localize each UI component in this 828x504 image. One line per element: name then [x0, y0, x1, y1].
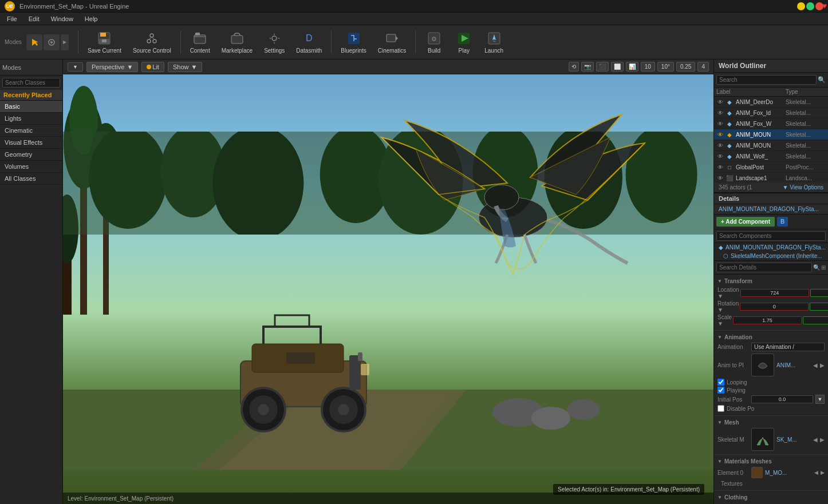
camera-btn-2[interactable]: 📷	[581, 62, 594, 72]
lit-btn[interactable]: Lit	[141, 62, 164, 72]
maximize-button[interactable]	[806, 2, 814, 10]
mode-select-btn[interactable]	[26, 34, 42, 50]
source-control-button[interactable]: Source Control	[128, 28, 176, 56]
scale-y-input[interactable]	[803, 316, 828, 324]
outliner-item-wolf[interactable]: 👁 ◆ ANIM_Wolf_ Skeletal...	[714, 151, 828, 162]
search-classes-input[interactable]	[2, 78, 60, 88]
launch-icon	[486, 30, 502, 46]
outliner-search-icon[interactable]: 🔍	[818, 76, 826, 84]
svg-text:⚙: ⚙	[431, 35, 437, 42]
rotation-y-input[interactable]	[810, 303, 828, 311]
rotation-x-input[interactable]	[740, 303, 809, 311]
num4-display[interactable]: 4	[697, 62, 709, 72]
viewport-options-btn[interactable]: ▼	[68, 62, 83, 72]
outliner-search-input[interactable]	[716, 75, 817, 85]
outliner-item-globalpost[interactable]: 👁 □ GlobalPost PostProc...	[714, 162, 828, 173]
camera-btn-4[interactable]: ⬜	[611, 62, 624, 72]
marketplace-button[interactable]: Marketplace	[217, 28, 257, 56]
blueprint-button[interactable]: B	[777, 217, 788, 227]
menu-edit[interactable]: Edit	[24, 14, 44, 23]
svg-point-14	[272, 36, 277, 41]
playing-checkbox[interactable]	[717, 387, 724, 394]
datasmith-button[interactable]: D Datasmith	[291, 28, 326, 56]
nav-cinematic[interactable]: Cinematic	[0, 125, 62, 137]
menu-file[interactable]: File	[2, 14, 22, 23]
nav-volumes[interactable]: Volumes	[0, 161, 62, 173]
component-item-main[interactable]: ◆ ANIM_MOUNTAIN_DRAGON_FlySta...	[714, 243, 828, 252]
svg-line-9	[149, 37, 152, 39]
title-bar: UE Environment_Set_Map - Unreal Engine	[0, 0, 828, 13]
menu-help[interactable]: Help	[80, 14, 102, 23]
modes-bar-label: Modes	[2, 64, 21, 71]
item-icon: ⬛	[726, 174, 734, 182]
settings-button[interactable]: Settings	[259, 28, 289, 56]
materials-section-label: Materials Meshes	[717, 457, 825, 466]
search-details-input[interactable]	[716, 263, 812, 272]
initial-pos-expand-icon[interactable]: ▼	[815, 395, 825, 404]
launch-button[interactable]: Launch	[480, 28, 508, 56]
mesh-nav-left-icon[interactable]: ◀	[813, 436, 818, 443]
camera-btn-5[interactable]: 📊	[626, 62, 638, 72]
viewport[interactable]: Selected Actor(s) in: Environment_Set_Ma…	[63, 74, 713, 504]
col-label: Label	[716, 89, 786, 95]
outliner-item-fox-id[interactable]: 👁 ◆ ANIM_Fox_Id Skeletal...	[714, 108, 828, 118]
num-display[interactable]: 10	[641, 62, 655, 72]
datasmith-label: Datasmith	[296, 47, 322, 54]
source-control-icon	[144, 30, 160, 46]
scale-x-input[interactable]	[733, 316, 802, 324]
build-button[interactable]: ⚙ Build	[420, 28, 448, 56]
animation-value[interactable]: Use Animation /	[751, 343, 825, 351]
add-component-button[interactable]: + Add Component	[716, 217, 775, 227]
svg-point-8	[153, 39, 156, 43]
vis-icon: 👁	[716, 174, 724, 182]
window-title: Environment_Set_Map - Unreal Engine	[19, 3, 129, 10]
disable-po-checkbox[interactable]	[717, 405, 724, 412]
angle-display[interactable]: 10°	[657, 62, 674, 72]
anim-nav-right-icon[interactable]: ▶	[820, 362, 825, 368]
minimize-button[interactable]	[797, 2, 805, 10]
play-button[interactable]: Play	[450, 28, 478, 56]
nav-basic[interactable]: Basic	[0, 101, 62, 113]
item-type: Skeletal...	[786, 132, 826, 138]
show-btn[interactable]: Show ▼	[168, 62, 202, 72]
search-components-input[interactable]	[716, 231, 826, 241]
location-x-input[interactable]	[740, 289, 809, 297]
location-y-input[interactable]	[810, 289, 828, 297]
vis-icon: 👁	[716, 141, 724, 149]
camera-btn-3[interactable]: ⬛	[596, 62, 609, 72]
nav-visual-effects[interactable]: Visual Effects	[0, 137, 62, 149]
nav-geometry[interactable]: Geometry	[0, 149, 62, 161]
modes-expand-btn[interactable]: ▶	[61, 34, 69, 50]
mode-paint-btn[interactable]	[44, 34, 60, 50]
outliner-item-deer[interactable]: 👁 ◆ ANIM_DeerDo Skeletal...	[714, 97, 828, 108]
nav-lights[interactable]: Lights	[0, 113, 62, 125]
nav-all-classes[interactable]: All Classes	[0, 173, 62, 185]
menu-window[interactable]: Window	[46, 14, 78, 23]
mesh-nav-right-icon[interactable]: ▶	[820, 436, 825, 443]
component-item-sub[interactable]: ⬡ SkeletalMeshComponent (Inherite...	[714, 252, 828, 260]
cinematics-button[interactable]: Cinematics	[373, 28, 411, 56]
scale-display[interactable]: 0.25	[676, 62, 695, 72]
material-nav-right-icon[interactable]: ▶	[821, 470, 825, 475]
looping-checkbox[interactable]	[717, 379, 724, 386]
outliner-item-fox-w[interactable]: 👁 ◆ ANIM_Fox_W Skeletal...	[714, 118, 828, 129]
perspective-btn[interactable]: Perspective ▼	[86, 62, 138, 72]
anim-nav-left-icon[interactable]: ◀	[813, 362, 818, 368]
content-button[interactable]: Content	[186, 28, 215, 56]
component-icon: ◆	[719, 244, 723, 251]
save-current-button[interactable]: Save Current	[83, 28, 126, 56]
details-grid-icon[interactable]: ⊞	[821, 264, 826, 271]
search-details-icon[interactable]: 🔍	[813, 264, 820, 271]
view-options-btn[interactable]: ▼ View Options	[783, 184, 823, 191]
outliner-item-mount-2[interactable]: 👁 ◆ ANIM_MOUN Skeletal...	[714, 140, 828, 151]
item-icon: ◆	[726, 152, 734, 160]
material-nav-left-icon[interactable]: ◀	[814, 470, 818, 475]
settings-icon	[266, 30, 282, 46]
outliner-item-mount-selected[interactable]: 👁 ◆ ANIM_MOUN Skeletal...	[714, 129, 828, 140]
camera-btn-1[interactable]: ⟲	[569, 62, 579, 72]
details-toolbar: + Add Component B	[714, 215, 828, 229]
outliner-item-landscape1[interactable]: 👁 ⬛ Landscape1 Landsca...	[714, 173, 828, 182]
actors-count-label: 345 actors (1	[719, 184, 752, 191]
blueprints-button[interactable]: Blueprints	[336, 28, 370, 56]
initial-pos-input[interactable]	[751, 395, 813, 403]
